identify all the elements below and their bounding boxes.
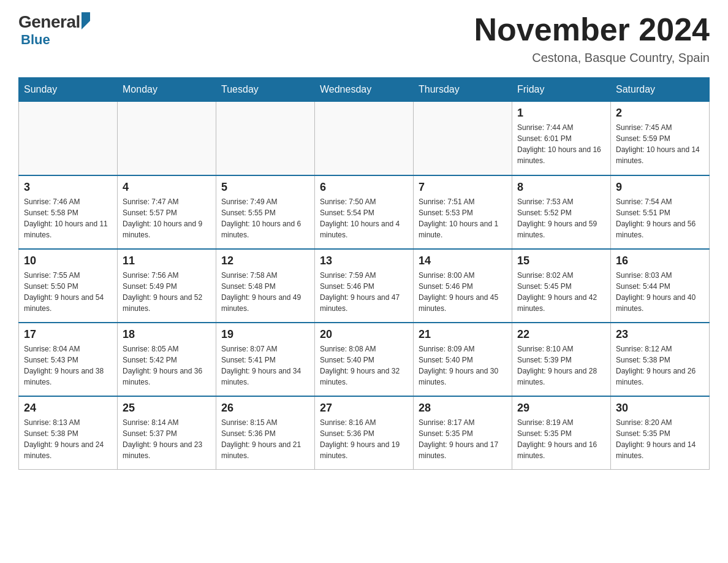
calendar-day-cell: 12Sunrise: 7:58 AM Sunset: 5:48 PM Dayli…	[216, 249, 315, 323]
calendar-day-cell: 3Sunrise: 7:46 AM Sunset: 5:58 PM Daylig…	[19, 175, 118, 249]
calendar-day-cell: 25Sunrise: 8:14 AM Sunset: 5:37 PM Dayli…	[118, 396, 216, 470]
calendar-day-cell: 14Sunrise: 8:00 AM Sunset: 5:46 PM Dayli…	[414, 249, 512, 323]
logo-triangle-icon	[82, 12, 90, 29]
calendar-day-cell: 28Sunrise: 8:17 AM Sunset: 5:35 PM Dayli…	[414, 396, 512, 470]
calendar-week-row: 17Sunrise: 8:04 AM Sunset: 5:43 PM Dayli…	[19, 323, 710, 396]
calendar-day-cell: 13Sunrise: 7:59 AM Sunset: 5:46 PM Dayli…	[315, 249, 414, 323]
day-number: 13	[320, 255, 408, 267]
day-number: 29	[517, 402, 605, 415]
calendar-day-cell: 17Sunrise: 8:04 AM Sunset: 5:43 PM Dayli…	[19, 323, 118, 396]
day-number: 20	[320, 328, 408, 341]
calendar-week-row: 24Sunrise: 8:13 AM Sunset: 5:38 PM Dayli…	[19, 396, 710, 470]
day-number: 30	[616, 402, 704, 415]
day-number: 11	[123, 255, 211, 267]
calendar-day-cell: 6Sunrise: 7:50 AM Sunset: 5:54 PM Daylig…	[315, 175, 414, 249]
calendar-week-row: 1Sunrise: 7:44 AM Sunset: 6:01 PM Daylig…	[19, 102, 710, 175]
calendar-day-cell: 18Sunrise: 8:05 AM Sunset: 5:42 PM Dayli…	[118, 323, 216, 396]
day-number: 17	[24, 328, 112, 341]
calendar-day-cell	[315, 102, 414, 175]
day-info: Sunrise: 8:15 AM Sunset: 5:36 PM Dayligh…	[221, 417, 309, 461]
day-number: 1	[517, 107, 605, 120]
day-info: Sunrise: 7:56 AM Sunset: 5:49 PM Dayligh…	[123, 270, 211, 314]
day-number: 23	[616, 328, 704, 341]
day-info: Sunrise: 7:45 AM Sunset: 5:59 PM Dayligh…	[616, 122, 704, 166]
day-info: Sunrise: 7:53 AM Sunset: 5:52 PM Dayligh…	[517, 196, 605, 240]
day-info: Sunrise: 8:10 AM Sunset: 5:39 PM Dayligh…	[517, 343, 605, 388]
day-number: 25	[123, 402, 211, 415]
day-of-week-header: Tuesday	[216, 78, 315, 102]
day-info: Sunrise: 8:19 AM Sunset: 5:35 PM Dayligh…	[517, 417, 605, 461]
day-info: Sunrise: 7:50 AM Sunset: 5:54 PM Dayligh…	[320, 196, 408, 240]
title-section: November 2024 Cestona, Basque Country, S…	[474, 12, 710, 65]
day-info: Sunrise: 7:51 AM Sunset: 5:53 PM Dayligh…	[419, 196, 507, 240]
day-info: Sunrise: 7:49 AM Sunset: 5:55 PM Dayligh…	[221, 196, 309, 240]
calendar-day-cell	[118, 102, 216, 175]
day-number: 19	[221, 328, 309, 341]
day-number: 3	[24, 181, 112, 194]
day-number: 14	[419, 255, 507, 267]
day-info: Sunrise: 8:08 AM Sunset: 5:40 PM Dayligh…	[320, 343, 408, 388]
calendar-day-cell: 22Sunrise: 8:10 AM Sunset: 5:39 PM Dayli…	[512, 323, 611, 396]
day-number: 26	[221, 402, 309, 415]
calendar-day-cell: 19Sunrise: 8:07 AM Sunset: 5:41 PM Dayli…	[216, 323, 315, 396]
calendar-day-cell: 20Sunrise: 8:08 AM Sunset: 5:40 PM Dayli…	[315, 323, 414, 396]
day-of-week-header: Friday	[512, 78, 611, 102]
day-of-week-header: Saturday	[611, 78, 710, 102]
day-info: Sunrise: 7:54 AM Sunset: 5:51 PM Dayligh…	[616, 196, 704, 240]
day-number: 28	[419, 402, 507, 415]
day-info: Sunrise: 8:02 AM Sunset: 5:45 PM Dayligh…	[517, 270, 605, 314]
page-header: General Blue November 2024 Cestona, Basq…	[18, 12, 710, 65]
day-number: 2	[616, 107, 704, 120]
day-info: Sunrise: 7:59 AM Sunset: 5:46 PM Dayligh…	[320, 270, 408, 314]
day-info: Sunrise: 8:05 AM Sunset: 5:42 PM Dayligh…	[123, 343, 211, 388]
day-number: 21	[419, 328, 507, 341]
calendar-day-cell: 9Sunrise: 7:54 AM Sunset: 5:51 PM Daylig…	[611, 175, 710, 249]
day-number: 4	[123, 181, 211, 194]
calendar-day-cell: 8Sunrise: 7:53 AM Sunset: 5:52 PM Daylig…	[512, 175, 611, 249]
day-info: Sunrise: 8:17 AM Sunset: 5:35 PM Dayligh…	[419, 417, 507, 461]
logo: General Blue	[18, 12, 90, 48]
calendar-day-cell: 4Sunrise: 7:47 AM Sunset: 5:57 PM Daylig…	[118, 175, 216, 249]
calendar-day-cell	[216, 102, 315, 175]
day-number: 24	[24, 402, 112, 415]
day-info: Sunrise: 8:04 AM Sunset: 5:43 PM Dayligh…	[24, 343, 112, 388]
calendar-day-cell	[19, 102, 118, 175]
calendar-day-cell: 24Sunrise: 8:13 AM Sunset: 5:38 PM Dayli…	[19, 396, 118, 470]
day-of-week-header: Wednesday	[315, 78, 414, 102]
day-of-week-header: Thursday	[414, 78, 512, 102]
calendar-day-cell: 27Sunrise: 8:16 AM Sunset: 5:36 PM Dayli…	[315, 396, 414, 470]
location-subtitle: Cestona, Basque Country, Spain	[474, 51, 710, 65]
calendar-day-cell: 11Sunrise: 7:56 AM Sunset: 5:49 PM Dayli…	[118, 249, 216, 323]
day-number: 27	[320, 402, 408, 415]
calendar-day-cell: 29Sunrise: 8:19 AM Sunset: 5:35 PM Dayli…	[512, 396, 611, 470]
day-info: Sunrise: 7:44 AM Sunset: 6:01 PM Dayligh…	[517, 122, 605, 166]
day-number: 18	[123, 328, 211, 341]
calendar-week-row: 3Sunrise: 7:46 AM Sunset: 5:58 PM Daylig…	[19, 175, 710, 249]
calendar-day-cell: 7Sunrise: 7:51 AM Sunset: 5:53 PM Daylig…	[414, 175, 512, 249]
logo-general-text: General	[18, 12, 80, 32]
calendar-table: SundayMondayTuesdayWednesdayThursdayFrid…	[18, 77, 710, 470]
day-info: Sunrise: 7:46 AM Sunset: 5:58 PM Dayligh…	[24, 196, 112, 240]
day-number: 15	[517, 255, 605, 267]
day-number: 7	[419, 181, 507, 194]
logo-blue-text: Blue	[21, 32, 50, 48]
calendar-day-cell: 10Sunrise: 7:55 AM Sunset: 5:50 PM Dayli…	[19, 249, 118, 323]
day-of-week-header: Sunday	[19, 78, 118, 102]
day-info: Sunrise: 8:00 AM Sunset: 5:46 PM Dayligh…	[419, 270, 507, 314]
calendar-day-cell: 2Sunrise: 7:45 AM Sunset: 5:59 PM Daylig…	[611, 102, 710, 175]
day-info: Sunrise: 7:47 AM Sunset: 5:57 PM Dayligh…	[123, 196, 211, 240]
day-info: Sunrise: 8:20 AM Sunset: 5:35 PM Dayligh…	[616, 417, 704, 461]
calendar-day-cell: 5Sunrise: 7:49 AM Sunset: 5:55 PM Daylig…	[216, 175, 315, 249]
day-info: Sunrise: 8:16 AM Sunset: 5:36 PM Dayligh…	[320, 417, 408, 461]
calendar-day-cell	[414, 102, 512, 175]
day-number: 9	[616, 181, 704, 194]
calendar-day-cell: 21Sunrise: 8:09 AM Sunset: 5:40 PM Dayli…	[414, 323, 512, 396]
calendar-day-cell: 15Sunrise: 8:02 AM Sunset: 5:45 PM Dayli…	[512, 249, 611, 323]
day-info: Sunrise: 8:09 AM Sunset: 5:40 PM Dayligh…	[419, 343, 507, 388]
day-info: Sunrise: 8:13 AM Sunset: 5:38 PM Dayligh…	[24, 417, 112, 461]
calendar-week-row: 10Sunrise: 7:55 AM Sunset: 5:50 PM Dayli…	[19, 249, 710, 323]
calendar-day-cell: 1Sunrise: 7:44 AM Sunset: 6:01 PM Daylig…	[512, 102, 611, 175]
month-title: November 2024	[474, 12, 710, 47]
day-info: Sunrise: 7:58 AM Sunset: 5:48 PM Dayligh…	[221, 270, 309, 314]
day-info: Sunrise: 8:07 AM Sunset: 5:41 PM Dayligh…	[221, 343, 309, 388]
